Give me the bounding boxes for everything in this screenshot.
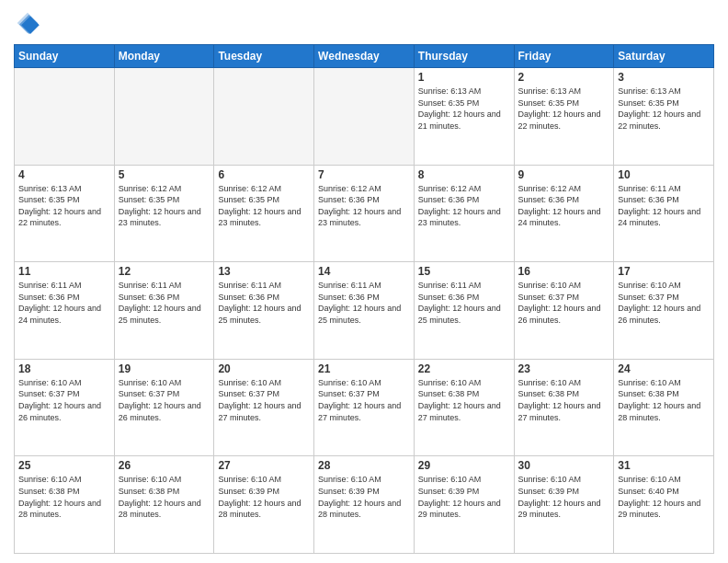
calendar-cell <box>15 68 115 166</box>
day-info: Sunrise: 6:10 AM Sunset: 6:37 PM Dayligh… <box>18 377 110 423</box>
day-number: 2 <box>518 71 610 84</box>
day-number: 19 <box>119 362 210 375</box>
day-info: Sunrise: 6:10 AM Sunset: 6:40 PM Dayligh… <box>618 474 710 520</box>
logo-icon <box>14 9 41 37</box>
day-info: Sunrise: 6:10 AM Sunset: 6:37 PM Dayligh… <box>218 377 310 423</box>
day-number: 8 <box>418 168 510 181</box>
calendar-cell: 31Sunrise: 6:10 AM Sunset: 6:40 PM Dayli… <box>614 456 714 554</box>
day-info: Sunrise: 6:10 AM Sunset: 6:38 PM Dayligh… <box>119 474 210 520</box>
calendar-cell: 16Sunrise: 6:10 AM Sunset: 6:37 PM Dayli… <box>514 262 614 360</box>
day-number: 20 <box>218 362 310 375</box>
day-info: Sunrise: 6:11 AM Sunset: 6:36 PM Dayligh… <box>218 280 310 326</box>
day-header-friday: Friday <box>514 45 614 68</box>
calendar-cell: 1Sunrise: 6:13 AM Sunset: 6:35 PM Daylig… <box>414 68 514 166</box>
day-info: Sunrise: 6:12 AM Sunset: 6:35 PM Dayligh… <box>119 183 210 229</box>
calendar-cell: 9Sunrise: 6:12 AM Sunset: 6:36 PM Daylig… <box>514 165 614 262</box>
logo <box>14 9 45 37</box>
calendar-cell: 22Sunrise: 6:10 AM Sunset: 6:38 PM Dayli… <box>414 359 514 456</box>
day-number: 26 <box>119 459 210 472</box>
page: SundayMondayTuesdayWednesdayThursdayFrid… <box>0 0 728 563</box>
day-header-monday: Monday <box>114 45 214 68</box>
day-info: Sunrise: 6:10 AM Sunset: 6:38 PM Dayligh… <box>18 474 110 520</box>
day-info: Sunrise: 6:10 AM Sunset: 6:37 PM Dayligh… <box>318 377 410 423</box>
day-number: 9 <box>518 168 610 181</box>
day-info: Sunrise: 6:13 AM Sunset: 6:35 PM Dayligh… <box>618 86 710 132</box>
calendar-cell: 28Sunrise: 6:10 AM Sunset: 6:39 PM Dayli… <box>314 456 415 554</box>
day-info: Sunrise: 6:13 AM Sunset: 6:35 PM Dayligh… <box>518 86 610 132</box>
calendar-cell: 4Sunrise: 6:13 AM Sunset: 6:35 PM Daylig… <box>15 165 115 262</box>
calendar-cell: 14Sunrise: 6:11 AM Sunset: 6:36 PM Dayli… <box>314 262 415 360</box>
day-info: Sunrise: 6:11 AM Sunset: 6:36 PM Dayligh… <box>18 280 110 326</box>
day-number: 5 <box>119 168 210 181</box>
day-info: Sunrise: 6:12 AM Sunset: 6:36 PM Dayligh… <box>318 183 410 229</box>
day-number: 15 <box>418 265 510 278</box>
day-info: Sunrise: 6:10 AM Sunset: 6:37 PM Dayligh… <box>119 377 210 423</box>
day-number: 18 <box>18 362 110 375</box>
day-number: 13 <box>218 265 310 278</box>
day-info: Sunrise: 6:11 AM Sunset: 6:36 PM Dayligh… <box>618 183 710 229</box>
calendar-cell: 21Sunrise: 6:10 AM Sunset: 6:37 PM Dayli… <box>314 359 415 456</box>
day-info: Sunrise: 6:10 AM Sunset: 6:37 PM Dayligh… <box>618 280 710 326</box>
calendar-cell: 2Sunrise: 6:13 AM Sunset: 6:35 PM Daylig… <box>514 68 614 166</box>
day-info: Sunrise: 6:10 AM Sunset: 6:39 PM Dayligh… <box>218 474 310 520</box>
calendar-cell: 15Sunrise: 6:11 AM Sunset: 6:36 PM Dayli… <box>414 262 514 360</box>
day-header-sunday: Sunday <box>15 45 115 68</box>
calendar-cell: 12Sunrise: 6:11 AM Sunset: 6:36 PM Dayli… <box>114 262 214 360</box>
calendar-cell: 19Sunrise: 6:10 AM Sunset: 6:37 PM Dayli… <box>114 359 214 456</box>
calendar-cell: 7Sunrise: 6:12 AM Sunset: 6:36 PM Daylig… <box>314 165 415 262</box>
day-number: 1 <box>418 71 510 84</box>
calendar-cell: 23Sunrise: 6:10 AM Sunset: 6:38 PM Dayli… <box>514 359 614 456</box>
calendar-cell <box>314 68 415 166</box>
day-header-saturday: Saturday <box>614 45 714 68</box>
calendar-cell: 11Sunrise: 6:11 AM Sunset: 6:36 PM Dayli… <box>15 262 115 360</box>
calendar-table: SundayMondayTuesdayWednesdayThursdayFrid… <box>14 44 714 554</box>
calendar-cell: 25Sunrise: 6:10 AM Sunset: 6:38 PM Dayli… <box>15 456 115 554</box>
calendar-cell <box>214 68 314 166</box>
day-info: Sunrise: 6:10 AM Sunset: 6:38 PM Dayligh… <box>618 377 710 423</box>
day-info: Sunrise: 6:13 AM Sunset: 6:35 PM Dayligh… <box>418 86 510 132</box>
day-info: Sunrise: 6:10 AM Sunset: 6:39 PM Dayligh… <box>418 474 510 520</box>
day-info: Sunrise: 6:10 AM Sunset: 6:37 PM Dayligh… <box>518 280 610 326</box>
day-number: 27 <box>218 459 310 472</box>
day-number: 30 <box>518 459 610 472</box>
day-header-tuesday: Tuesday <box>214 45 314 68</box>
day-info: Sunrise: 6:10 AM Sunset: 6:38 PM Dayligh… <box>418 377 510 423</box>
day-info: Sunrise: 6:12 AM Sunset: 6:36 PM Dayligh… <box>518 183 610 229</box>
calendar-cell: 10Sunrise: 6:11 AM Sunset: 6:36 PM Dayli… <box>614 165 714 262</box>
day-number: 16 <box>518 265 610 278</box>
calendar-cell: 27Sunrise: 6:10 AM Sunset: 6:39 PM Dayli… <box>214 456 314 554</box>
calendar-cell: 18Sunrise: 6:10 AM Sunset: 6:37 PM Dayli… <box>15 359 115 456</box>
calendar-cell: 30Sunrise: 6:10 AM Sunset: 6:39 PM Dayli… <box>514 456 614 554</box>
calendar-cell: 13Sunrise: 6:11 AM Sunset: 6:36 PM Dayli… <box>214 262 314 360</box>
day-number: 4 <box>18 168 110 181</box>
day-number: 6 <box>218 168 310 181</box>
day-number: 10 <box>618 168 710 181</box>
day-info: Sunrise: 6:11 AM Sunset: 6:36 PM Dayligh… <box>119 280 210 326</box>
calendar-cell: 17Sunrise: 6:10 AM Sunset: 6:37 PM Dayli… <box>614 262 714 360</box>
calendar-cell: 24Sunrise: 6:10 AM Sunset: 6:38 PM Dayli… <box>614 359 714 456</box>
calendar-cell: 5Sunrise: 6:12 AM Sunset: 6:35 PM Daylig… <box>114 165 214 262</box>
day-header-wednesday: Wednesday <box>314 45 415 68</box>
day-info: Sunrise: 6:11 AM Sunset: 6:36 PM Dayligh… <box>418 280 510 326</box>
calendar-cell: 6Sunrise: 6:12 AM Sunset: 6:35 PM Daylig… <box>214 165 314 262</box>
day-header-thursday: Thursday <box>414 45 514 68</box>
day-info: Sunrise: 6:11 AM Sunset: 6:36 PM Dayligh… <box>318 280 410 326</box>
day-number: 3 <box>618 71 710 84</box>
day-info: Sunrise: 6:10 AM Sunset: 6:39 PM Dayligh… <box>518 474 610 520</box>
day-number: 23 <box>518 362 610 375</box>
day-number: 17 <box>618 265 710 278</box>
calendar-cell: 29Sunrise: 6:10 AM Sunset: 6:39 PM Dayli… <box>414 456 514 554</box>
calendar-cell: 26Sunrise: 6:10 AM Sunset: 6:38 PM Dayli… <box>114 456 214 554</box>
day-number: 11 <box>18 265 110 278</box>
day-info: Sunrise: 6:10 AM Sunset: 6:38 PM Dayligh… <box>518 377 610 423</box>
day-number: 24 <box>618 362 710 375</box>
calendar-cell: 20Sunrise: 6:10 AM Sunset: 6:37 PM Dayli… <box>214 359 314 456</box>
calendar-cell <box>114 68 214 166</box>
day-number: 28 <box>318 459 410 472</box>
day-number: 21 <box>318 362 410 375</box>
day-info: Sunrise: 6:10 AM Sunset: 6:39 PM Dayligh… <box>318 474 410 520</box>
header <box>14 9 714 37</box>
day-info: Sunrise: 6:13 AM Sunset: 6:35 PM Dayligh… <box>18 183 110 229</box>
day-number: 31 <box>618 459 710 472</box>
day-info: Sunrise: 6:12 AM Sunset: 6:35 PM Dayligh… <box>218 183 310 229</box>
